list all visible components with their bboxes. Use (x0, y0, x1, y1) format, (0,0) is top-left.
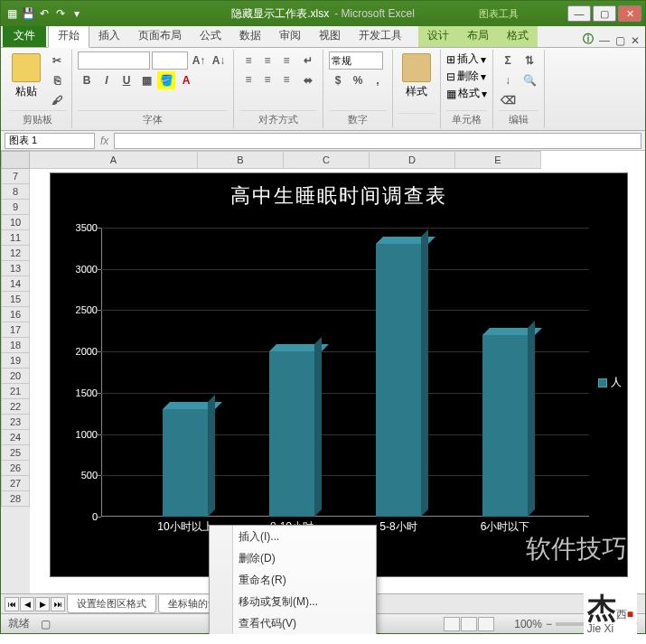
row-header[interactable]: 28 (1, 491, 30, 507)
grow-font-icon[interactable]: A↑ (190, 51, 208, 70)
row-header[interactable]: 20 (1, 369, 30, 384)
comma-icon[interactable]: , (369, 71, 387, 89)
minimize-button[interactable]: — (567, 5, 591, 22)
align-left-icon[interactable]: ≡ (239, 70, 257, 89)
qat-icon[interactable]: ▾ (70, 6, 84, 21)
delete-cells-icon[interactable]: ⊟ (446, 70, 455, 83)
percent-icon[interactable]: % (349, 71, 367, 89)
row-header[interactable]: 9 (1, 200, 30, 215)
context-menu-item[interactable]: 插入(I)... (210, 526, 376, 547)
column-header[interactable]: A (30, 151, 198, 169)
name-box[interactable] (5, 133, 95, 149)
mdi-minimize-icon[interactable]: — (599, 34, 610, 47)
copy-icon[interactable]: ⎘ (48, 71, 66, 89)
row-header[interactable]: 19 (1, 353, 30, 369)
select-all-corner[interactable] (1, 151, 30, 169)
column-header[interactable]: E (455, 151, 541, 169)
chart-bar[interactable] (269, 351, 314, 517)
sheet-nav-next[interactable]: ▶ (35, 597, 50, 611)
font-color-icon[interactable]: A (177, 71, 195, 89)
shrink-font-icon[interactable]: A↓ (210, 51, 228, 70)
chart-object[interactable]: 高中生睡眠时间调查表 05001000150020002500300035001… (50, 173, 628, 577)
tab-view[interactable]: 视图 (310, 24, 350, 47)
close-button[interactable]: ✕ (618, 5, 641, 22)
sheet-nav-prev[interactable]: ◀ (20, 597, 34, 611)
find-icon[interactable]: 🔍 (520, 71, 538, 89)
context-menu-item[interactable]: 删除(D) (210, 547, 376, 569)
tab-review[interactable]: 审阅 (270, 24, 310, 47)
align-bottom-icon[interactable]: ≡ (277, 51, 295, 70)
tab-developer[interactable]: 开发工具 (350, 24, 411, 47)
align-middle-icon[interactable]: ≡ (258, 51, 276, 70)
context-menu-item[interactable]: 查看代码(V) (210, 612, 376, 634)
row-header[interactable]: 23 (1, 415, 30, 430)
column-header[interactable]: D (370, 151, 455, 169)
row-header[interactable]: 14 (1, 276, 30, 292)
row-header[interactable]: 10 (1, 215, 30, 230)
tab-insert[interactable]: 插入 (89, 24, 129, 47)
row-header[interactable]: 8 (1, 184, 30, 200)
border-icon[interactable]: ▦ (137, 71, 155, 89)
row-header[interactable]: 15 (1, 292, 30, 307)
cut-icon[interactable]: ✂ (48, 51, 66, 70)
row-header[interactable]: 21 (1, 384, 30, 399)
tab-data[interactable]: 数据 (230, 24, 270, 47)
zoom-level[interactable]: 100% (514, 618, 542, 630)
tab-chart-layout[interactable]: 布局 (458, 24, 498, 47)
tab-formulas[interactable]: 公式 (191, 24, 230, 47)
fx-icon[interactable]: fx (100, 135, 108, 147)
number-format-selector[interactable] (329, 51, 383, 70)
merge-icon[interactable]: ⬌ (299, 71, 317, 89)
sheet-tab[interactable]: 设置绘图区格式 (67, 595, 156, 613)
row-header[interactable]: 17 (1, 322, 30, 338)
styles-button[interactable]: 样式 (398, 51, 435, 101)
insert-cells-icon[interactable]: ⊞ (446, 53, 455, 66)
macro-record-icon[interactable]: ▢ (41, 618, 51, 630)
row-header[interactable]: 16 (1, 307, 30, 322)
row-header[interactable]: 27 (1, 476, 30, 491)
formula-bar[interactable] (114, 133, 641, 149)
clear-icon[interactable]: ⌫ (499, 91, 517, 109)
italic-button[interactable]: I (98, 71, 116, 89)
zoom-out-icon[interactable]: − (546, 618, 552, 630)
chart-bar[interactable] (482, 335, 528, 517)
fill-icon[interactable]: ↓ (499, 71, 517, 89)
sheet-nav-first[interactable]: ⏮ (5, 597, 19, 611)
fill-color-icon[interactable]: 🪣 (157, 71, 175, 89)
mdi-close-icon[interactable]: ✕ (631, 34, 640, 47)
tab-chart-design[interactable]: 设计 (418, 24, 458, 47)
paste-button[interactable]: 粘贴 (8, 51, 44, 101)
row-header[interactable]: 7 (1, 169, 30, 184)
context-menu-item[interactable]: 重命名(R) (210, 569, 376, 591)
underline-button[interactable]: U (117, 71, 136, 89)
font-selector[interactable] (78, 51, 150, 70)
bold-button[interactable]: B (78, 71, 96, 89)
tab-home[interactable]: 开始 (48, 23, 89, 48)
align-top-icon[interactable]: ≡ (239, 51, 257, 70)
save-icon[interactable]: 💾 (21, 6, 35, 21)
tab-chart-format[interactable]: 格式 (498, 24, 538, 47)
row-header[interactable]: 13 (1, 261, 30, 276)
row-header[interactable]: 11 (1, 230, 30, 246)
maximize-button[interactable]: ▢ (593, 5, 616, 22)
row-header[interactable]: 22 (1, 399, 30, 415)
format-painter-icon[interactable]: 🖌 (48, 91, 66, 109)
autosum-icon[interactable]: Σ (499, 51, 517, 70)
mdi-restore-icon[interactable]: ▢ (615, 34, 625, 47)
format-cells-icon[interactable]: ▦ (446, 88, 456, 100)
row-header[interactable]: 18 (1, 338, 30, 353)
row-header[interactable]: 26 (1, 461, 30, 476)
view-page-break-icon[interactable] (478, 617, 494, 631)
currency-icon[interactable]: $ (329, 71, 347, 89)
align-center-icon[interactable]: ≡ (258, 70, 276, 89)
file-tab[interactable]: 文件 (3, 24, 46, 47)
chart-bar[interactable] (163, 409, 208, 517)
undo-icon[interactable]: ↶ (37, 6, 51, 21)
column-header[interactable]: B (198, 151, 284, 169)
sheet-nav-last[interactable]: ⏭ (51, 597, 65, 611)
tab-layout[interactable]: 页面布局 (129, 24, 191, 47)
column-header[interactable]: C (284, 151, 370, 169)
row-header[interactable]: 12 (1, 246, 30, 261)
redo-icon[interactable]: ↷ (53, 6, 68, 21)
font-size-selector[interactable] (152, 51, 188, 70)
